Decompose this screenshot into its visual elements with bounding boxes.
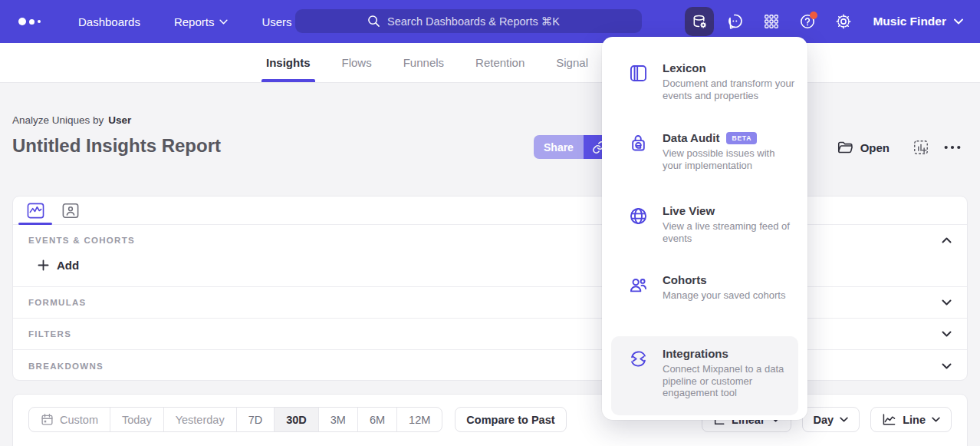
feedback-chat-icon[interactable] [721,7,750,36]
chevron-down-icon [840,417,848,422]
range-12m[interactable]: 12M [396,408,442,431]
query-builder-panel: EVENTS & COHORTS Add FORMULAS FILTERS BR… [12,196,968,381]
integrations-sync-icon [628,347,649,372]
add-to-dashboard-icon[interactable] [913,139,929,156]
share-button[interactable]: Share [534,135,584,159]
nav-dashboards-label: Dashboards [78,15,140,28]
analyze-prefix: Analyze Uniques by [12,114,104,126]
menu-item-description: View a live streaming feed of events [663,220,794,244]
menu-item-integrations[interactable]: Integrations Connect Mixpanel to a data … [611,336,798,415]
builder-view-tabs [13,197,967,225]
expand-formulas-chevron[interactable] [942,299,952,306]
range-30d[interactable]: 30D [274,408,318,431]
apps-grid-icon[interactable] [757,7,786,36]
settings-gear-icon[interactable] [829,7,858,36]
analyze-breadcrumb: Analyze Uniques byUser [12,114,131,126]
nav-reports[interactable]: Reports [174,15,229,28]
calendar-icon [41,413,54,426]
project-switcher[interactable]: Music Finder [873,15,963,28]
breakdowns-label: BREAKDOWNS [28,362,104,371]
menu-item-lexicon[interactable]: Lexicon Document and transform your even… [602,57,807,127]
range-custom-label: Custom [60,414,98,426]
range-yesterday[interactable]: Yesterday [163,408,236,431]
menu-item-live-view[interactable]: Live View View a live streaming feed of … [602,200,807,269]
live-view-globe-icon [628,204,649,230]
cohorts-users-icon [628,273,649,299]
open-label: Open [860,141,890,154]
range-6m[interactable]: 6M [357,408,396,431]
chart-type-label: Line [903,414,926,426]
menu-item-description: Document and transform your events and p… [663,78,794,101]
date-range-segmented-control: Custom Today Yesterday 7D 30D 3M 6M 12M [28,407,442,432]
nav-reports-label: Reports [174,15,215,28]
collapse-events-chevron[interactable] [942,233,952,246]
menu-item-description: Connect Mixpanel to a data pipeline or c… [663,363,794,399]
chart-tab-icon [27,203,44,219]
nav-dashboards[interactable]: Dashboards [78,15,140,28]
nav-users[interactable]: Users [261,15,291,28]
top-navigation-bar: Dashboards Reports Users [0,0,980,43]
data-management-icon[interactable] [685,7,714,36]
plus-icon [38,259,49,271]
tab-insights[interactable]: Insights [266,43,311,82]
report-actions: New Open [781,136,962,159]
profile-tab-icon [62,203,79,219]
mixpanel-logo[interactable] [18,18,52,25]
tab-retention[interactable]: Retention [475,43,525,82]
breakdowns-section-row[interactable]: BREAKDOWNS [13,350,967,382]
range-today[interactable]: Today [110,408,163,431]
events-cohorts-section: EVENTS & COHORTS Add [13,225,967,287]
range-custom[interactable]: Custom [29,408,110,431]
expand-breakdowns-chevron[interactable] [942,363,952,369]
data-management-menu: Lexicon Document and transform your even… [602,37,807,420]
menu-item-title: Cohorts [663,273,707,286]
search-icon [367,15,380,28]
menu-item-cohorts[interactable]: Cohorts Manage your saved cohorts [602,269,807,336]
folder-icon [837,140,853,154]
beta-badge: BETA [726,132,757,144]
filters-label: FILTERS [28,329,71,339]
global-search[interactable] [295,9,642,33]
mixpanel-app: Dashboards Reports Users [0,0,980,446]
lexicon-book-icon [628,61,649,87]
report-type-tabs: Insights Flows Funnels Retention Signal … [0,43,980,83]
search-input[interactable] [387,15,570,28]
expand-filters-chevron[interactable] [942,331,952,337]
add-label: Add [57,259,79,272]
menu-item-description: View possible issues with your implement… [663,147,794,171]
formulas-label: FORMULAS [28,298,87,307]
help-icon[interactable] [793,7,822,36]
menu-item-title: Data Audit [663,131,719,144]
chevron-down-icon [219,19,228,25]
menu-item-data-audit[interactable]: Data Audit BETA View possible issues wit… [602,127,807,200]
events-view-tab[interactable] [25,201,45,220]
formulas-section-row[interactable]: FORMULAS [13,287,967,319]
chart-type-dropdown[interactable]: Line [870,407,952,432]
tab-flows[interactable]: Flows [342,43,372,82]
chevron-down-icon [932,417,940,422]
chevron-down-icon [954,18,963,25]
add-event-button[interactable]: Add [38,259,79,272]
interval-dropdown[interactable]: Day [802,407,860,432]
tab-signal[interactable]: Signal [556,43,588,82]
menu-item-title: Integrations [663,347,728,360]
open-report-button[interactable]: Open [837,140,890,154]
tab-funnels[interactable]: Funnels [403,43,444,82]
line-chart-icon [882,413,896,426]
profiles-view-tab[interactable] [61,201,81,220]
menu-item-description: Manage your saved cohorts [663,289,785,302]
nav-users-label: Users [261,15,291,28]
interval-label: Day [814,414,834,426]
data-audit-lock-icon [628,131,649,157]
range-3m[interactable]: 3M [318,408,357,431]
more-options-icon[interactable] [943,144,962,151]
menu-item-title: Lexicon [663,61,706,74]
compare-to-past-button[interactable]: Compare to Past [455,407,566,432]
events-cohorts-label: EVENTS & COHORTS [28,236,135,245]
range-7d[interactable]: 7D [236,408,275,431]
menu-item-title: Live View [663,204,715,217]
filters-section-row[interactable]: FILTERS [13,319,967,350]
analyze-value[interactable]: User [108,114,131,126]
page-title[interactable]: Untitled Insights Report [12,135,221,157]
project-name: Music Finder [873,15,946,28]
